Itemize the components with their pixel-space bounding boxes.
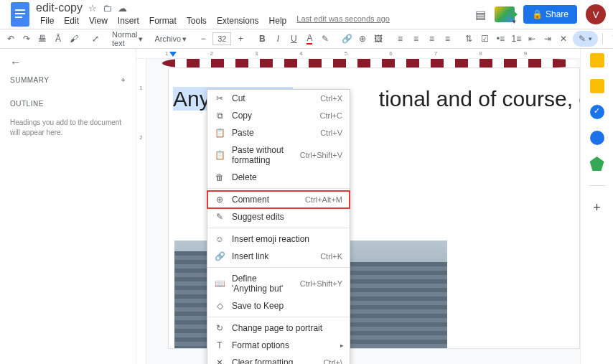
text-color-icon[interactable]: A [303, 32, 316, 46]
share-button[interactable]: 🔒Share [523, 5, 577, 24]
context-menu-delete[interactable]: 🗑Delete [207, 169, 350, 186]
highlight-icon[interactable]: ✎ [319, 32, 332, 46]
redo-icon[interactable]: ↷ [20, 32, 33, 46]
comments-history-icon[interactable]: ▤ [475, 8, 486, 22]
menu-tools[interactable]: Tools [182, 14, 211, 27]
suggest-edits-icon: ✎ [215, 212, 225, 222]
underline-icon[interactable]: U [287, 32, 300, 46]
outline-heading: OUTLINE [10, 100, 126, 108]
font-size-decrease[interactable]: − [197, 32, 210, 46]
context-menu-label: Cut [232, 93, 313, 103]
add-addon-icon[interactable]: + [593, 200, 601, 215]
share-label: Share [546, 9, 568, 19]
context-menu-separator [207, 267, 350, 268]
keep-icon[interactable] [590, 79, 604, 93]
menu-help[interactable]: Help [265, 14, 291, 27]
account-avatar[interactable]: V [586, 4, 606, 24]
context-menu-format-options[interactable]: TFormat options [207, 337, 350, 354]
context-menu-label: Paste without formatting [232, 145, 293, 165]
font-select[interactable]: Archivo ▾ [153, 34, 188, 45]
hide-menus-icon[interactable]: ˆ [607, 32, 613, 46]
document-title[interactable]: edit-copy [36, 1, 83, 14]
last-edit-link[interactable]: Last edit was seconds ago [296, 14, 390, 27]
clear-formatting-icon[interactable]: ✕ [557, 32, 570, 46]
clear-formatting-icon: ✕ [215, 358, 225, 364]
meet-icon[interactable]: ▾ [495, 6, 515, 22]
star-icon[interactable]: ☆ [88, 3, 97, 14]
menu-format[interactable]: Format [145, 14, 181, 27]
align-justify-icon[interactable]: ≡ [441, 32, 454, 46]
context-menu-label: Clear formatting [232, 358, 316, 364]
font-size-input[interactable]: 32 [212, 32, 231, 45]
document-canvas[interactable]: 12 123456789 Anything butxxxxxxxxtional … [136, 49, 580, 364]
align-right-icon[interactable]: ≡ [425, 32, 438, 46]
cloud-icon[interactable]: ☁ [118, 3, 127, 14]
maps-icon[interactable] [590, 157, 604, 171]
print-icon[interactable]: 🖶 [36, 32, 49, 46]
zoom-icon[interactable]: ⤢ [89, 32, 102, 46]
menu-bar: File Edit View Insert Format Tools Exten… [36, 14, 475, 27]
menu-edit[interactable]: Edit [60, 14, 83, 27]
numbered-list-icon[interactable]: 1≡ [510, 32, 523, 46]
menu-insert[interactable]: Insert [113, 14, 144, 27]
editing-mode-button[interactable]: ✎▾ [573, 31, 598, 47]
move-icon[interactable]: 🗀 [103, 3, 112, 14]
context-menu-insert-emoji-reaction[interactable]: ☺Insert emoji reaction [207, 230, 350, 248]
calendar-icon[interactable] [590, 53, 604, 67]
paint-format-icon[interactable]: 🖌 [67, 32, 80, 46]
chevron-down-icon: ▾ [589, 35, 592, 42]
menu-file[interactable]: File [36, 14, 58, 27]
contacts-icon[interactable] [590, 131, 604, 145]
undo-icon[interactable]: ↶ [4, 32, 17, 46]
menu-extensions[interactable]: Extensions [212, 14, 263, 27]
chevron-down-icon: ▾ [139, 34, 143, 44]
context-menu-label: Paste [232, 128, 313, 138]
insert-link-icon: 🔗 [215, 251, 225, 261]
context-menu-save-to-keep[interactable]: ◇Save to Keep [207, 297, 350, 314]
horizontal-ruler: 123456789 [136, 49, 580, 59]
document-text-rest: tional and of course, emiss [379, 87, 580, 111]
delete-icon: 🗑 [215, 172, 225, 182]
tasks-icon[interactable] [590, 105, 604, 119]
collapse-sidebar-icon[interactable]: ← [10, 56, 126, 69]
chevron-down-icon: ▾ [182, 34, 187, 44]
insert-emoji-reaction-icon: ☺ [215, 234, 225, 244]
bold-icon[interactable]: B [256, 32, 268, 46]
spellcheck-icon[interactable]: Ā [52, 32, 65, 46]
context-menu-label: Copy [232, 111, 313, 121]
context-menu-define-anything-but-[interactable]: 📖Define 'Anything but'Ctrl+Shift+Y [207, 270, 350, 297]
context-menu-paste-without-formatting[interactable]: 📋Paste without formattingCtrl+Shift+V [207, 141, 350, 169]
cut-icon: ✂ [215, 93, 225, 103]
image-icon[interactable]: 🖼 [372, 32, 385, 46]
context-menu-comment[interactable]: ⊕CommentCtrl+Alt+M [207, 191, 350, 208]
svg-rect-1 [15, 9, 25, 11]
menu-view[interactable]: View [85, 14, 112, 27]
align-center-icon[interactable]: ≡ [409, 32, 422, 46]
add-summary-icon[interactable]: + [121, 76, 126, 84]
context-menu-change-page-to-portrait[interactable]: ↻Change page to portrait [207, 319, 350, 337]
context-menu-copy[interactable]: ⧉CopyCtrl+C [207, 107, 350, 124]
context-menu-paste[interactable]: 📋PasteCtrl+V [207, 124, 350, 141]
pencil-icon: ✎ [579, 34, 586, 44]
align-left-icon[interactable]: ≡ [393, 32, 406, 46]
context-menu-cut[interactable]: ✂CutCtrl+X [207, 90, 350, 107]
lock-icon: 🔒 [532, 9, 543, 19]
line-spacing-icon[interactable]: ⇅ [462, 32, 475, 46]
docs-logo-icon[interactable] [7, 1, 33, 27]
context-menu-insert-link[interactable]: 🔗Insert linkCtrl+K [207, 248, 350, 265]
link-icon[interactable]: 🔗 [340, 32, 353, 46]
context-menu-clear-formatting[interactable]: ✕Clear formattingCtrl+\ [207, 354, 350, 364]
side-panel: + [580, 49, 613, 364]
context-menu-suggest-edits[interactable]: ✎Suggest edits [207, 208, 350, 225]
context-menu-label: Insert emoji reaction [232, 234, 335, 244]
indent-decrease-icon[interactable]: ⇤ [525, 32, 538, 46]
italic-icon[interactable]: I [271, 32, 284, 46]
indent-increase-icon[interactable]: ⇥ [541, 32, 554, 46]
bulleted-list-icon[interactable]: •≡ [494, 32, 507, 46]
comment-icon[interactable]: ⊕ [356, 32, 369, 46]
indent-marker-icon[interactable] [169, 50, 177, 57]
style-select[interactable]: Normal text ▾ [111, 29, 144, 48]
context-menu-shortcut: Ctrl+\ [323, 358, 342, 364]
checklist-icon[interactable]: ☑ [478, 32, 491, 46]
font-size-increase[interactable]: + [234, 32, 247, 46]
